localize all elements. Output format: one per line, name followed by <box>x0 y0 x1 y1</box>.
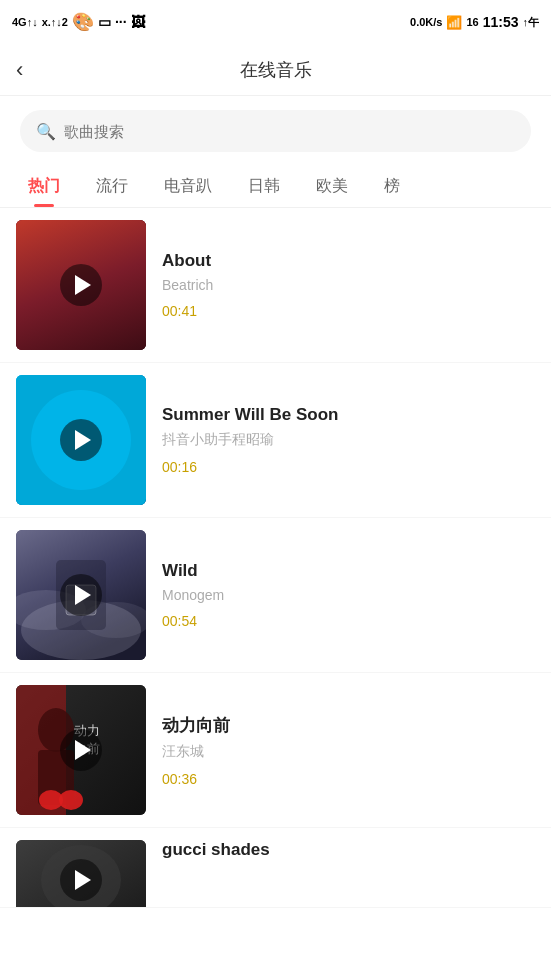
wifi-icon: 📶 <box>446 15 462 30</box>
status-bar: 4G↑↓ x.↑↓2 🎨 ▭ ··· 🖼 0.0K/s 📶 16 11:53 ↑… <box>0 0 551 44</box>
song-duration-about: 00:41 <box>162 303 535 319</box>
signal-x: x.↑↓2 <box>42 16 68 28</box>
song-item-gucci[interactable]: gucci shades <box>0 828 551 908</box>
song-list: ABOUT BEATRICH About Beatrich 00:41 <box>0 208 551 908</box>
song-artist-about: Beatrich <box>162 277 535 293</box>
svg-point-8 <box>86 375 146 425</box>
tab-jpkr[interactable]: 日韩 <box>230 166 298 207</box>
signal-4g: 4G↑↓ <box>12 16 38 28</box>
play-icon-summer <box>75 430 91 450</box>
image-icon: 🖼 <box>131 14 145 30</box>
network-speed: 0.0K/s <box>410 16 442 28</box>
play-button-about[interactable] <box>60 264 102 306</box>
category-tabs: 热门 流行 电音趴 日韩 欧美 榜 <box>0 166 551 208</box>
song-artist-summer: 抖音小助手程昭瑜 <box>162 431 535 449</box>
tab-western[interactable]: 欧美 <box>298 166 366 207</box>
song-thumb-dynamic: 动力 向前 <box>16 685 146 815</box>
song-duration-wild: 00:54 <box>162 613 535 629</box>
search-bar[interactable]: 🔍 <box>20 110 531 152</box>
play-icon-about <box>75 275 91 295</box>
svg-point-12 <box>36 455 56 475</box>
song-item-wild[interactable]: Wild Monogem 00:54 <box>0 518 551 673</box>
search-input[interactable] <box>64 123 515 140</box>
status-left: 4G↑↓ x.↑↓2 🎨 ▭ ··· 🖼 <box>12 11 145 33</box>
song-thumb-about: ABOUT BEATRICH <box>16 220 146 350</box>
song-duration-dynamic: 00:36 <box>162 771 535 787</box>
song-item-about[interactable]: ABOUT BEATRICH About Beatrich 00:41 <box>0 208 551 363</box>
play-button-summer[interactable] <box>60 419 102 461</box>
song-info-summer: Summer Will Be Soon 抖音小助手程昭瑜 00:16 <box>162 405 535 475</box>
song-artist-wild: Monogem <box>162 587 535 603</box>
status-right: 0.0K/s 📶 16 11:53 ↑午 <box>410 14 539 30</box>
song-item-summer[interactable]: DOUYIN Summer Will Be Soon 抖音小助手程昭瑜 00:1… <box>0 363 551 518</box>
svg-text:DOUYIN: DOUYIN <box>24 479 94 499</box>
song-title-wild: Wild <box>162 561 535 581</box>
tab-electronic[interactable]: 电音趴 <box>146 166 230 207</box>
song-title-gucci: gucci shades <box>162 840 535 860</box>
song-title-about: About <box>162 251 535 271</box>
top-nav: ‹ 在线音乐 <box>0 44 551 96</box>
tab-charts[interactable]: 榜 <box>366 166 418 207</box>
song-thumb-wild <box>16 530 146 660</box>
search-section: 🔍 <box>0 96 551 166</box>
song-thumb-gucci <box>16 840 146 908</box>
tab-popular[interactable]: 流行 <box>78 166 146 207</box>
app-logo: 🎨 <box>72 11 94 33</box>
svg-point-7 <box>16 380 61 430</box>
play-icon-wild <box>75 585 91 605</box>
clock: 11:53 <box>483 14 519 30</box>
page-title: 在线音乐 <box>240 58 312 82</box>
song-duration-summer: 00:16 <box>162 459 535 475</box>
song-title-dynamic: 动力向前 <box>162 714 535 737</box>
song-info-about: About Beatrich 00:41 <box>162 251 535 319</box>
song-artist-dynamic: 汪东城 <box>162 743 535 761</box>
am-pm: ↑午 <box>523 15 540 30</box>
play-button-gucci[interactable] <box>60 859 102 901</box>
tab-hot[interactable]: 热门 <box>10 166 78 207</box>
svg-point-28 <box>59 790 83 810</box>
back-button[interactable]: ‹ <box>16 57 23 83</box>
song-item-dynamic[interactable]: 动力 向前 动力向前 汪东城 00:36 <box>0 673 551 828</box>
search-icon: 🔍 <box>36 122 56 141</box>
play-button-dynamic[interactable] <box>60 729 102 771</box>
song-info-wild: Wild Monogem 00:54 <box>162 561 535 629</box>
song-info-dynamic: 动力向前 汪东城 00:36 <box>162 714 535 787</box>
song-title-summer: Summer Will Be Soon <box>162 405 535 425</box>
play-icon-dynamic <box>75 740 91 760</box>
song-thumb-summer: DOUYIN <box>16 375 146 505</box>
menu-icon: ··· <box>115 14 127 30</box>
song-info-gucci: gucci shades <box>162 840 535 866</box>
play-button-wild[interactable] <box>60 574 102 616</box>
battery-level: 16 <box>466 16 478 28</box>
play-icon-gucci <box>75 870 91 890</box>
screen-icon: ▭ <box>98 14 111 30</box>
svg-text:BEATRICH: BEATRICH <box>21 226 66 236</box>
